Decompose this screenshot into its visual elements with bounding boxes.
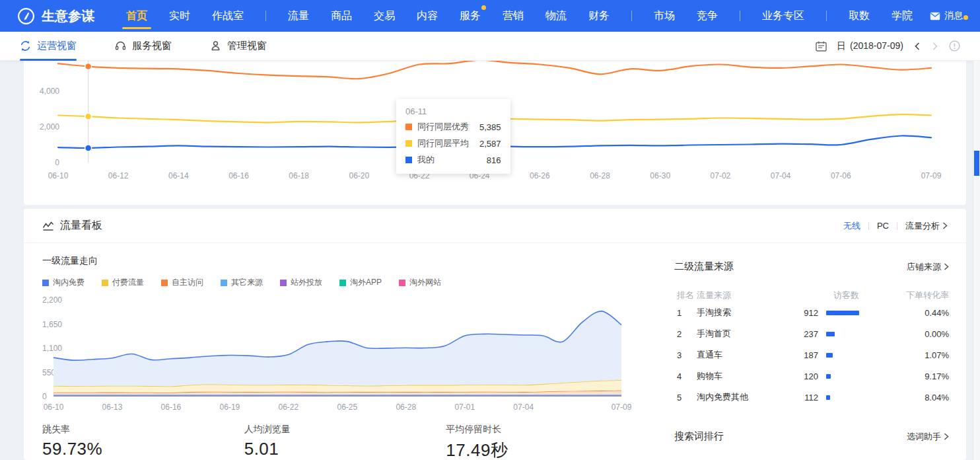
legend-item-自主访问[interactable]: 自主访问 (161, 277, 203, 288)
source-table-row[interactable]: 5淘内免费其他1128.04% (674, 387, 949, 408)
legend-swatch (405, 157, 412, 163)
svg-text:2,200: 2,200 (42, 295, 62, 305)
svg-text:1,650: 1,650 (42, 320, 62, 329)
svg-text:07-01: 07-01 (454, 402, 475, 412)
divider (868, 222, 869, 230)
tooltip-row: 同行同层优秀5,385 (405, 121, 501, 133)
nav-item-取数[interactable]: 取数 (849, 0, 870, 32)
traffic-trend-section: 一级流量走向 淘内免费付费流量自主访问其它来源站外投放淘外APP淘外网站 055… (42, 243, 648, 460)
chevron-right-icon (931, 42, 939, 51)
svg-text:06-16: 06-16 (161, 402, 182, 412)
search-rank-title: 搜索词排行 (674, 430, 724, 443)
visitors-bar (826, 332, 835, 336)
brand[interactable]: 生意参谋 (17, 7, 94, 25)
nav-item-财务[interactable]: 财务 (588, 0, 610, 32)
legend-swatch (405, 140, 412, 147)
view-tab-管理视窗[interactable]: 管理视窗 (210, 32, 267, 61)
panel-controls: 无线 PC 流量分析 (843, 220, 948, 232)
metric-value: 59.73% (42, 439, 244, 459)
svg-text:06-22: 06-22 (279, 402, 299, 412)
word-helper-link[interactable]: 选词助手 (907, 431, 949, 443)
nav-item-商品[interactable]: 商品 (331, 0, 352, 32)
envelope-icon (930, 12, 940, 20)
chevron-left-icon (913, 42, 921, 51)
svg-text:1,100: 1,100 (42, 344, 62, 353)
legend-item-付费流量[interactable]: 付费流量 (102, 277, 144, 288)
person-icon (210, 40, 221, 52)
chevron-right-icon (942, 222, 948, 229)
nav-item-首页[interactable]: 首页 (126, 0, 147, 32)
legend-swatch (405, 124, 412, 130)
traffic-metrics: 跳失率59.73%人均浏览量5.01平均停留时长17.49秒 (42, 424, 648, 460)
nav-item-市场[interactable]: 市场 (654, 0, 675, 32)
nav-item-学院[interactable]: 学院 (892, 0, 913, 32)
legend-swatch (42, 280, 49, 286)
svg-text:07-04: 07-04 (513, 402, 534, 412)
date-value: (2018-07-09) (850, 40, 903, 52)
view-tab-运营视窗[interactable]: 运营视窗 (20, 32, 77, 61)
scrollbar-thumb[interactable] (974, 151, 979, 176)
svg-text:06-16: 06-16 (228, 171, 249, 180)
divider (897, 222, 897, 230)
source-table-row[interactable]: 1手淘搜索9120.44% (674, 302, 949, 323)
source-table-row[interactable]: 3直通车1871.07% (674, 344, 949, 365)
metric-跳失率: 跳失率59.73% (42, 424, 244, 460)
nav-item-内容[interactable]: 内容 (417, 0, 438, 32)
legend-swatch (399, 280, 405, 286)
svg-text:0: 0 (42, 392, 47, 401)
page-scrollbar[interactable] (973, 61, 980, 460)
tooltip-row: 同行同层平均2,587 (405, 137, 501, 149)
toggle-pc[interactable]: PC (877, 221, 889, 231)
messages-button[interactable]: 消息 (930, 10, 963, 22)
nav-item-作战室[interactable]: 作战室 (212, 0, 244, 32)
nav-item-交易[interactable]: 交易 (374, 0, 395, 32)
view-tab-服务视窗[interactable]: 服务视窗 (115, 32, 172, 61)
nav-item-实时[interactable]: 实时 (169, 0, 190, 32)
nav-menu: 首页实时作战室流量商品交易内容服务营销物流财务市场竞争业务专区取数学院 (126, 0, 914, 32)
legend-item-其它来源[interactable]: 其它来源 (221, 277, 263, 288)
nav-item-营销[interactable]: 营销 (503, 0, 524, 32)
nav-divider (265, 11, 266, 21)
info-icon (949, 40, 960, 52)
nav-item-物流[interactable]: 物流 (545, 0, 567, 32)
overview-trend-card: 02,0004,00006-1006-1206-1406-1606-1806-2… (24, 61, 966, 205)
view-tabs: 运营视窗服务视窗管理视窗 (20, 32, 305, 61)
svg-text:06-20: 06-20 (349, 171, 370, 180)
nav-item-服务[interactable]: 服务 (460, 0, 481, 32)
nav-item-流量[interactable]: 流量 (288, 0, 309, 32)
prev-date-button[interactable] (913, 42, 921, 51)
svg-text:07-02: 07-02 (711, 171, 731, 180)
chart-tooltip: 06-11 同行同层优秀5,385同行同层平均2,587我的816 (396, 99, 510, 174)
nav-item-竞争[interactable]: 竞争 (697, 0, 718, 32)
primary-traffic-chart[interactable]: 05501,1001,6502,20006-1006-1306-1606-190… (42, 293, 656, 422)
shop-source-link[interactable]: 店铺来源 (907, 261, 949, 273)
section-title: 一级流量走向 (42, 255, 648, 267)
legend-item-站外投放[interactable]: 站外投放 (280, 277, 322, 288)
metric-平均停留时长: 平均停留时长17.49秒 (446, 424, 648, 460)
legend-item-淘外网站[interactable]: 淘外网站 (399, 277, 441, 288)
sync-icon (20, 40, 31, 52)
traffic-source-section: 二级流量来源 店铺来源 排名流量来源访客数下单转化率 1手淘搜索9120.44%… (674, 243, 949, 460)
tooltip-row: 我的816 (405, 154, 501, 166)
legend-item-淘内免费[interactable]: 淘内免费 (42, 277, 85, 288)
source-table-row[interactable]: 2手淘首页2370.00% (674, 323, 949, 344)
page-content: 02,0004,00006-1006-1206-1406-1606-1806-2… (0, 61, 980, 460)
messages-label: 消息 (944, 10, 963, 22)
date-picker[interactable]: 日 (2018-07-09) (837, 40, 903, 52)
source-table-row[interactable]: 4购物车1209.17% (674, 365, 949, 387)
messages-badge (963, 15, 968, 20)
svg-text:06-28: 06-28 (396, 402, 416, 412)
nav-item-业务专区[interactable]: 业务专区 (762, 0, 804, 32)
brand-title: 生意参谋 (42, 7, 94, 25)
calendar-icon[interactable] (816, 41, 827, 52)
svg-text:06-13: 06-13 (102, 402, 123, 412)
legend-item-淘外APP[interactable]: 淘外APP (339, 277, 382, 288)
info-button[interactable] (949, 40, 960, 52)
svg-text:06-26: 06-26 (530, 171, 550, 180)
traffic-analysis-link[interactable]: 流量分析 (905, 220, 948, 232)
legend-swatch (102, 280, 108, 286)
legend-swatch (221, 280, 227, 286)
visitors-bar (826, 374, 831, 379)
toggle-wireless[interactable]: 无线 (843, 220, 860, 232)
next-date-button[interactable] (931, 42, 939, 51)
